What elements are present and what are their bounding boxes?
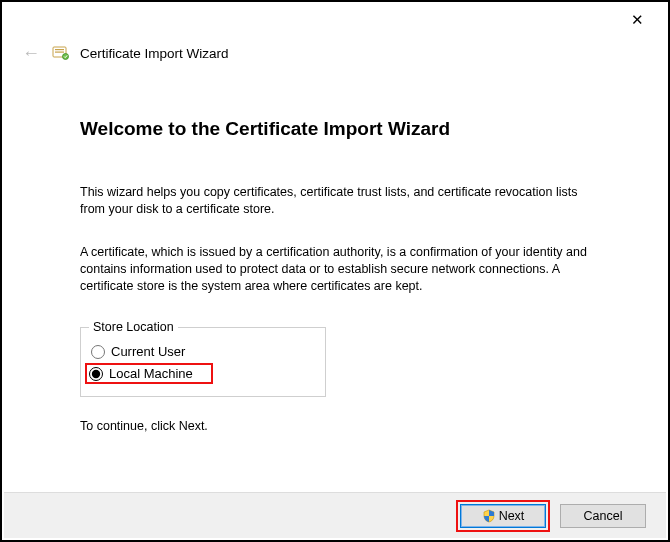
back-arrow-icon: ← xyxy=(20,44,42,62)
store-location-legend: Store Location xyxy=(89,320,178,334)
continue-hint: To continue, click Next. xyxy=(80,419,598,433)
radio-local-machine-input[interactable] xyxy=(89,367,103,381)
radio-current-user-input[interactable] xyxy=(91,345,105,359)
radio-local-machine-label: Local Machine xyxy=(109,366,193,381)
svg-point-3 xyxy=(63,54,69,60)
cancel-button-label: Cancel xyxy=(584,509,623,523)
svg-rect-1 xyxy=(55,49,64,50)
next-button[interactable]: Next xyxy=(460,504,546,528)
cancel-button[interactable]: Cancel xyxy=(560,504,646,528)
svg-rect-2 xyxy=(55,52,64,53)
store-location-group: Store Location Current User Local Machin… xyxy=(80,320,326,397)
intro-text: This wizard helps you copy certificates,… xyxy=(80,184,598,218)
wizard-footer: Next Cancel xyxy=(4,492,666,538)
radio-current-user-label: Current User xyxy=(111,344,185,359)
wizard-header: ← Certificate Import Wizard xyxy=(2,38,668,62)
close-icon[interactable]: ✕ xyxy=(623,7,652,33)
next-button-highlight: Next xyxy=(456,500,550,532)
uac-shield-icon xyxy=(482,509,496,523)
radio-current-user[interactable]: Current User xyxy=(89,342,317,361)
certificate-wizard-icon xyxy=(52,44,70,62)
next-button-label: Next xyxy=(499,509,525,523)
titlebar: ✕ xyxy=(2,2,668,38)
wizard-content: Welcome to the Certificate Import Wizard… xyxy=(2,62,668,433)
radio-local-machine[interactable]: Local Machine xyxy=(85,363,213,384)
cert-info-text: A certificate, which is issued by a cert… xyxy=(80,244,598,295)
wizard-title: Certificate Import Wizard xyxy=(80,46,229,61)
page-heading: Welcome to the Certificate Import Wizard xyxy=(80,118,598,140)
